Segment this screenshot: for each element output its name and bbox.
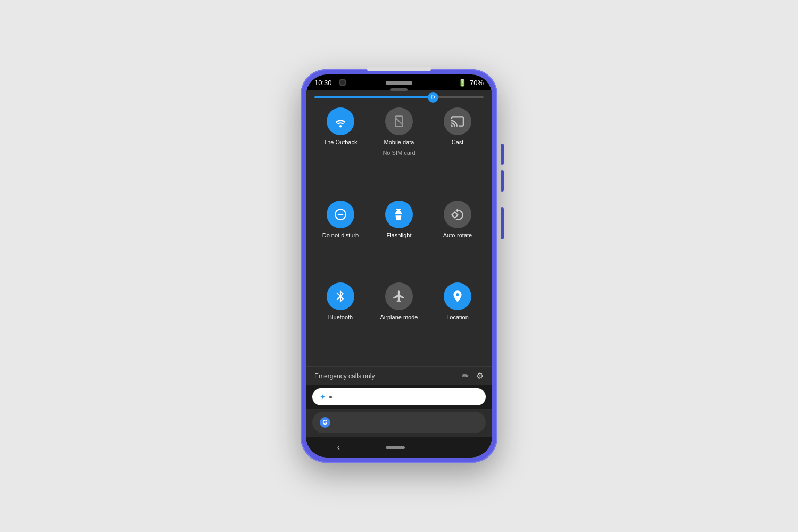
search-box[interactable]: ✦ — [312, 388, 486, 405]
bottom-icons: ✏ ⚙ — [462, 371, 484, 381]
volume-down-button[interactable] — [501, 170, 504, 192]
brightness-fill — [314, 96, 433, 98]
edit-icon[interactable]: ✏ — [462, 371, 469, 381]
tile-auto-rotate[interactable]: Auto-rotate — [431, 201, 484, 279]
tile-location-label: Location — [446, 313, 469, 321]
tile-airplane-label: Airplane mode — [380, 313, 418, 321]
bluetooth-icon — [327, 282, 354, 310]
tile-dnd-label: Do not disturb — [322, 231, 359, 239]
location-icon — [444, 282, 471, 310]
home-button[interactable] — [386, 446, 405, 449]
search-dot — [329, 396, 332, 398]
dnd-icon — [327, 201, 354, 228]
tile-flashlight-label: Flashlight — [386, 231, 411, 239]
phone-frame: 10:30 🔋 70% — [301, 69, 497, 463]
phone-screen: 10:30 🔋 70% — [306, 74, 492, 458]
tile-bluetooth-label: Bluetooth — [328, 313, 353, 321]
tile-wifi[interactable]: The Outback — [314, 107, 367, 196]
tile-dnd[interactable]: Do not disturb — [314, 201, 367, 279]
search-box-icon: ✦ — [320, 393, 326, 401]
tile-mobile-label: Mobile data — [384, 138, 414, 146]
tile-flashlight[interactable]: Flashlight — [373, 201, 425, 279]
settings-icon[interactable]: ⚙ — [476, 371, 484, 381]
phone-speaker — [386, 81, 412, 85]
tile-cast-label: Cast — [452, 138, 464, 146]
google-g-icon: G — [320, 417, 330, 428]
power-button[interactable] — [501, 207, 504, 239]
tile-airplane[interactable]: Airplane mode — [373, 282, 425, 361]
cast-icon — [444, 107, 471, 135]
tile-bluetooth[interactable]: Bluetooth — [314, 282, 367, 361]
phone-earpiece — [390, 88, 408, 91]
svg-line-0 — [396, 118, 403, 125]
brightness-row[interactable] — [314, 96, 484, 98]
tile-cast[interactable]: Cast — [431, 107, 484, 196]
search-area: ✦ — [306, 385, 492, 409]
tile-mobile-data[interactable]: Mobile data No SIM card — [373, 107, 425, 196]
screen-content: 10:30 🔋 70% — [306, 74, 492, 458]
flashlight-icon — [385, 201, 413, 228]
bottom-settings-bar: Emergency calls only ✏ ⚙ — [306, 366, 492, 385]
airplane-icon — [385, 282, 413, 310]
tile-location[interactable]: Location — [431, 282, 484, 361]
battery-level: 70% — [470, 79, 484, 87]
status-time: 10:30 — [314, 79, 332, 87]
brightness-thumb[interactable] — [428, 92, 438, 103]
mobile-data-icon — [385, 107, 413, 135]
google-bar: G — [306, 409, 492, 437]
volume-up-button[interactable] — [501, 144, 504, 165]
brightness-slider[interactable] — [314, 96, 484, 98]
front-camera — [339, 79, 346, 86]
google-search-button[interactable]: G — [312, 412, 486, 433]
back-button[interactable]: ‹ — [337, 443, 340, 452]
tile-auto-rotate-label: Auto-rotate — [443, 231, 472, 239]
tile-wifi-label: The Outback — [324, 138, 358, 146]
quick-settings-panel: The Outback Mobile data No SIM card — [306, 90, 492, 366]
phone-top-bar — [367, 67, 431, 71]
battery-icon: 🔋 — [458, 79, 467, 87]
wifi-icon — [327, 107, 354, 135]
tile-mobile-sub: No SIM card — [383, 149, 415, 156]
emergency-text: Emergency calls only — [314, 372, 375, 380]
nav-bar: ‹ — [306, 437, 492, 458]
auto-rotate-icon — [444, 201, 471, 228]
quick-tiles-grid: The Outback Mobile data No SIM card — [314, 107, 484, 361]
status-right: 🔋 70% — [458, 79, 484, 87]
